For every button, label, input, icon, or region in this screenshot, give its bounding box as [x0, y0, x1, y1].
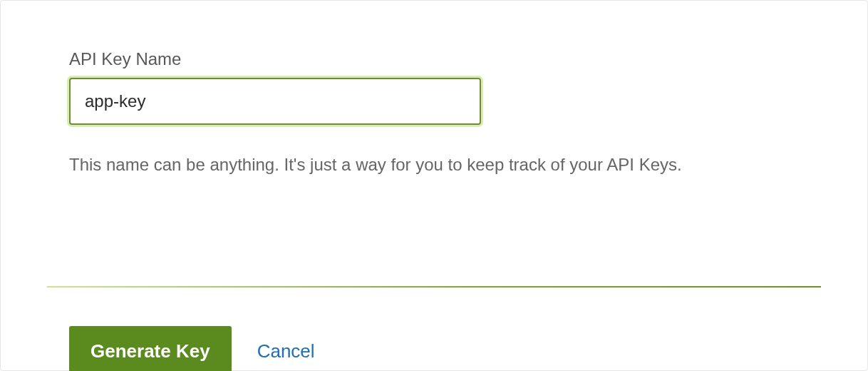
api-key-name-label: API Key Name [69, 49, 799, 69]
input-wrapper [69, 78, 481, 125]
api-key-name-input[interactable] [69, 78, 481, 125]
api-key-form-card: API Key Name This name can be anything. … [0, 0, 868, 371]
generate-key-button[interactable]: Generate Key [69, 326, 232, 371]
cancel-button[interactable]: Cancel [257, 340, 315, 362]
form-content: API Key Name This name can be anything. … [1, 1, 867, 212]
helper-text: This name can be anything. It's just a w… [69, 152, 799, 178]
form-actions: Generate Key Cancel [1, 288, 867, 371]
